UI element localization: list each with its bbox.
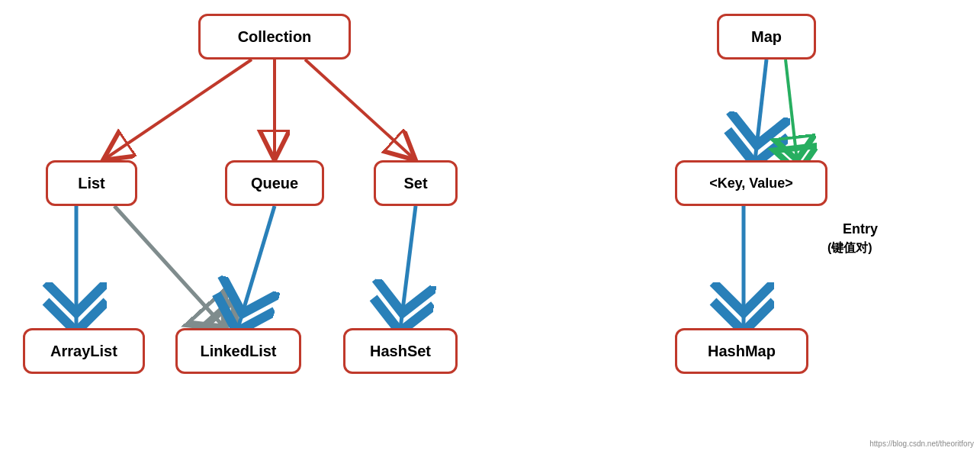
- diagram-container: Collection List Queue Set ArrayList Link…: [0, 0, 980, 454]
- arrows-svg: [0, 0, 980, 454]
- node-hashmap: HashMap: [675, 328, 808, 374]
- entry-sub-label: (键值对): [827, 240, 872, 256]
- node-hashset: HashSet: [343, 328, 458, 374]
- node-set: Set: [374, 160, 458, 206]
- watermark: https://blog.csdn.net/theoritfory: [869, 440, 974, 448]
- svg-line-10: [305, 60, 416, 160]
- svg-line-12: [114, 206, 225, 328]
- node-arraylist: ArrayList: [23, 328, 145, 374]
- svg-line-16: [786, 60, 797, 160]
- node-linkedlist: LinkedList: [175, 328, 301, 374]
- svg-line-14: [400, 206, 416, 328]
- svg-line-13: [238, 206, 275, 328]
- node-keyvalue: <Key, Value>: [675, 160, 827, 206]
- entry-label: Entry: [843, 221, 878, 237]
- node-collection: Collection: [198, 14, 351, 60]
- node-map: Map: [717, 14, 816, 60]
- node-list: List: [46, 160, 137, 206]
- svg-line-15: [755, 60, 766, 160]
- svg-line-8: [103, 60, 252, 160]
- node-queue: Queue: [225, 160, 324, 206]
